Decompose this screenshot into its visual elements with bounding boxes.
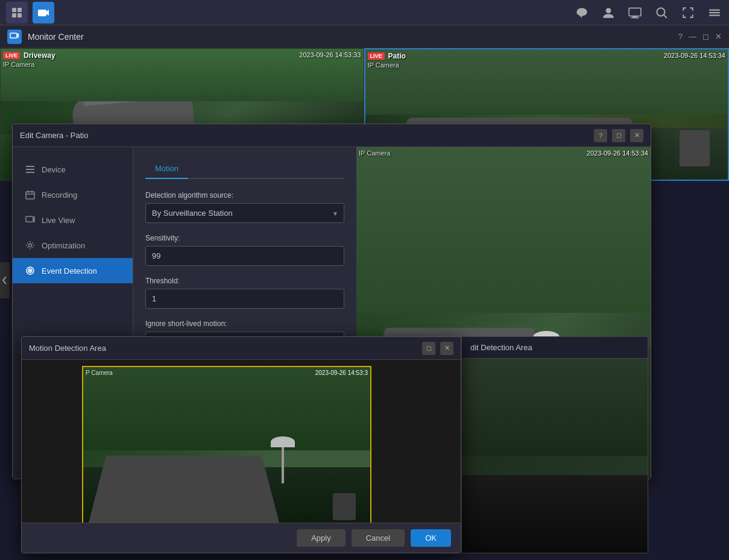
camera-app-icon[interactable] <box>33 2 54 24</box>
camera-patio-sub: IP Camera <box>368 61 399 69</box>
minimize-btn[interactable]: — <box>689 32 696 41</box>
preview-timestamp: 2023-09-26 14:53:34 <box>587 149 648 157</box>
motion-mattress <box>87 456 280 523</box>
svg-rect-17 <box>10 33 17 38</box>
svg-rect-3 <box>17 13 22 17</box>
nav-optimization-label: Optimization <box>42 241 85 250</box>
live-badge-driveway: LIVE <box>3 52 20 59</box>
camera-patio-label-bar: LIVE Patio <box>368 52 406 60</box>
sensitivity-input[interactable] <box>145 246 344 266</box>
svg-rect-11 <box>631 17 639 18</box>
svg-rect-26 <box>26 216 33 222</box>
detection-source-select[interactable]: By Surveillance Station By Camera <box>145 203 344 223</box>
motion-dialog-title: Motion Detection Area <box>29 344 106 353</box>
dialog-restore-btn[interactable]: ◻ <box>612 129 625 142</box>
svg-rect-21 <box>26 172 34 173</box>
detection-source-group: Detection algorithm source: By Surveilla… <box>145 191 344 223</box>
motion-camera-timestamp: 2023-09-26 14:53:3 <box>315 370 368 376</box>
svg-point-28 <box>29 244 32 247</box>
nav-recording-label: Recording <box>42 190 77 200</box>
motion-dialog-titlebar: Motion Detection Area ◻ ✕ <box>22 337 461 360</box>
svg-rect-22 <box>26 192 34 199</box>
chat-icon[interactable] <box>573 4 590 21</box>
threshold-group: Threshold: <box>145 277 344 309</box>
ignore-motion-label: Ignore short-lived motion: <box>145 319 344 328</box>
motion-camera-area: P Camera 2023-09-26 14:53:3 <box>22 360 461 523</box>
motion-dialog-footer: Apply Cancel OK <box>22 523 461 553</box>
monitor-title: Monitor Center <box>28 32 84 42</box>
camera-driveway-label-bar: LIVE Driveway <box>3 51 55 60</box>
detection-right-title: dit Detection Area <box>470 343 532 352</box>
detection-source-select-wrapper: By Surveillance Station By Camera <box>145 203 344 223</box>
motion-camera-label: P Camera <box>86 370 113 376</box>
dialog-help-btn[interactable]: ? <box>594 129 607 142</box>
motion-close-btn[interactable]: ✕ <box>440 342 453 355</box>
svg-rect-9 <box>629 8 641 16</box>
nav-item-liveview[interactable]: Live View <box>13 207 133 233</box>
motion-dialog-controls: ◻ ✕ <box>422 342 453 355</box>
motion-camera-feed-container: P Camera 2023-09-26 14:53:3 <box>22 360 461 523</box>
detection-right-panel: dit Detection Area <box>461 336 648 553</box>
threshold-label: Threshold: <box>145 277 344 285</box>
apply-button[interactable]: Apply <box>297 529 346 547</box>
ok-button[interactable]: OK <box>411 529 451 547</box>
gear-icon <box>25 240 36 251</box>
svg-marker-5 <box>46 10 49 16</box>
close-btn[interactable]: ✕ <box>715 32 722 41</box>
svg-rect-20 <box>26 169 34 170</box>
monitor-icon <box>25 215 36 225</box>
tab-bar: Motion <box>145 159 344 179</box>
detection-right-header: dit Detection Area <box>462 337 648 359</box>
sensitivity-group: Sensitivity: <box>145 234 344 266</box>
motion-camera-frame: P Camera 2023-09-26 14:53:3 <box>82 366 371 523</box>
svg-rect-19 <box>26 166 34 167</box>
nav-item-device[interactable]: Device <box>13 157 133 182</box>
svg-rect-1 <box>17 8 22 12</box>
calendar-icon <box>25 189 36 200</box>
tab-motion[interactable]: Motion <box>145 159 188 179</box>
threshold-input[interactable] <box>145 289 344 309</box>
svg-rect-4 <box>38 10 46 16</box>
svg-rect-16 <box>709 14 720 16</box>
detection-right-feed <box>462 359 648 553</box>
motion-maximize-btn[interactable]: ◻ <box>422 342 435 355</box>
search-icon[interactable] <box>653 4 670 21</box>
target-icon <box>25 265 36 276</box>
list-icon <box>25 164 36 175</box>
camera-driveway-ts: 2023-09-26 14:53:33 <box>299 51 361 58</box>
svg-marker-27 <box>33 217 34 222</box>
svg-line-13 <box>664 14 667 17</box>
taskbar <box>0 0 729 25</box>
motion-chair <box>333 493 356 520</box>
camera-driveway-sub: IP Camera <box>3 61 34 68</box>
nav-item-optimization[interactable]: Optimization <box>13 233 133 258</box>
camera-patio-name: Patio <box>388 52 406 60</box>
svg-rect-0 <box>12 8 16 12</box>
nav-item-event-detection[interactable]: Event Detection <box>13 258 133 283</box>
svg-rect-2 <box>12 13 16 17</box>
display-icon[interactable] <box>626 4 643 21</box>
svg-rect-14 <box>709 9 720 10</box>
motion-umbrella <box>282 447 284 483</box>
grid-app-icon[interactable] <box>6 2 28 24</box>
taskbar-right <box>573 4 723 21</box>
help-btn[interactable]: ? <box>678 32 683 41</box>
sidebar-toggle-arrow[interactable] <box>0 262 10 298</box>
dialog-close-btn[interactable]: ✕ <box>630 129 643 142</box>
patio-chair <box>680 130 710 166</box>
detection-source-label: Detection algorithm source: <box>145 191 344 200</box>
svg-point-6 <box>576 8 587 16</box>
monitor-logo <box>7 30 22 44</box>
detection-right-content <box>462 359 648 553</box>
fullscreen-icon[interactable] <box>680 4 696 21</box>
cancel-button[interactable]: Cancel <box>352 529 405 547</box>
live-badge-patio: LIVE <box>368 52 385 60</box>
motion-detection-dialog: Motion Detection Area ◻ ✕ P Camera 2023-… <box>21 336 461 553</box>
monitor-header-controls: ? — ◻ ✕ <box>678 32 722 41</box>
nav-item-recording[interactable]: Recording <box>13 182 133 207</box>
restore-btn[interactable]: ◻ <box>702 32 709 41</box>
menu-icon[interactable] <box>706 4 723 21</box>
camera-driveway-name: Driveway <box>24 51 55 60</box>
svg-marker-7 <box>579 15 582 17</box>
user-icon[interactable] <box>600 4 617 21</box>
